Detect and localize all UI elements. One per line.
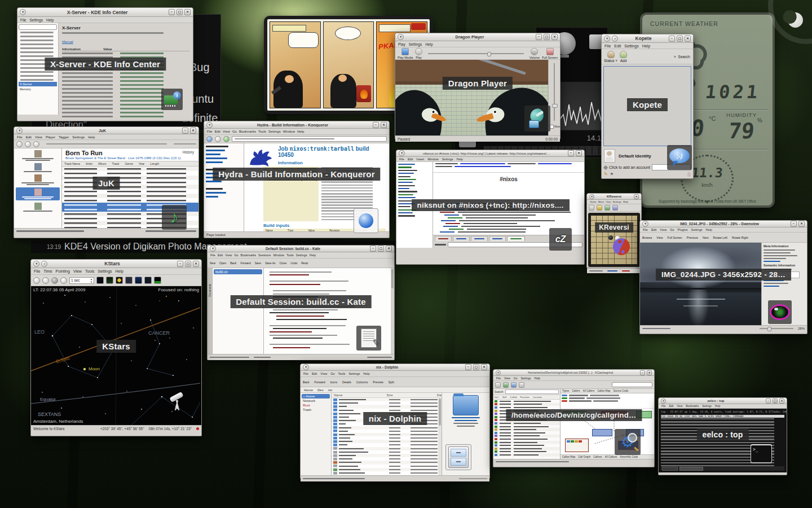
places-item-root[interactable]: Root <box>302 403 330 408</box>
menu-item[interactable]: Tools <box>258 130 266 133</box>
tab[interactable]: Callee Map <box>562 456 575 458</box>
window-juk[interactable]: ▾JuK−✕ FileEditViewPlayerTaggerSettingsH… <box>14 126 199 238</box>
sticky-button[interactable]: + <box>612 36 618 42</box>
menu-item[interactable]: Edit <box>26 135 32 139</box>
window-menu-button[interactable]: ▾ <box>398 34 404 40</box>
window-menu-button[interactable]: ▾ <box>496 370 501 375</box>
add-account-link[interactable]: Click to add an account <box>609 165 650 169</box>
zoom-slider[interactable] <box>760 328 793 329</box>
toolbar[interactable]: 1 sec▲▼ <box>31 275 201 286</box>
toolbar-button[interactable]: Details <box>342 380 351 384</box>
volume-slider[interactable] <box>174 143 196 144</box>
side-tab-strip[interactable]: Documents <box>208 268 213 354</box>
window-kcachegrind[interactable]: ▾/home/eelco/Dev/nix/cg/callgrind.out.19… <box>493 369 655 467</box>
volume-slider-vertical[interactable] <box>554 63 555 121</box>
zoom-slider[interactable] <box>459 478 487 479</box>
close-button[interactable]: ✕ <box>576 150 582 156</box>
column-header[interactable]: Year <box>139 162 144 165</box>
menu-item[interactable]: Help <box>310 253 316 257</box>
menu-item[interactable]: Plugins <box>678 228 688 231</box>
menu-item[interactable]: Settings <box>442 157 453 161</box>
window-menu-button[interactable]: ▾ <box>303 364 309 370</box>
menu-item[interactable]: Tagger <box>59 135 69 139</box>
menu-item[interactable]: Go <box>330 372 334 375</box>
menu-item[interactable]: Help <box>457 157 463 161</box>
menu-item[interactable]: File <box>207 130 213 133</box>
window-gwenview[interactable]: ▾IMG_0244.JPG - 3456x2592 - 28% - Gwenvi… <box>639 220 807 334</box>
menu-item[interactable]: Bookmarks <box>686 405 699 408</box>
pause-button[interactable] <box>25 141 31 147</box>
breadcrumb-segment[interactable]: nix <box>328 388 333 392</box>
menu-item[interactable]: Settings <box>348 372 360 375</box>
menu-item[interactable]: File <box>17 135 23 139</box>
window-kopete[interactable]: ▾+Kopete−▢✕ FileEditSettingsHelp Status … <box>601 34 694 179</box>
comets-toggle[interactable] <box>125 277 133 284</box>
menu-item[interactable]: Edit <box>312 372 317 375</box>
column-header[interactable]: Album <box>98 162 107 165</box>
search-field[interactable] <box>612 382 652 387</box>
window-konqueror[interactable]: ▾Hydra - Build Information - Konqueror−✕… <box>204 121 390 238</box>
window-menu-button[interactable]: ▾ <box>20 9 26 15</box>
column-header[interactable]: Called <box>510 396 517 398</box>
menubar[interactable]: FileEditViewGoBookmarksSessionsWindowToo… <box>208 252 394 259</box>
maximize-button[interactable]: ▢ <box>677 36 683 42</box>
menubar[interactable]: FileTimePointingViewToolsSettingsHelp <box>31 268 201 275</box>
menu-item[interactable]: Settings <box>29 18 43 22</box>
menubar[interactable]: FileEditSettingsHelp <box>602 43 693 49</box>
seek-slider[interactable] <box>46 143 167 144</box>
menu-item[interactable]: View <box>73 269 82 273</box>
module-list[interactable] <box>20 32 57 81</box>
find-object-button[interactable] <box>51 277 58 284</box>
tab[interactable]: Callers <box>572 389 580 392</box>
menubar[interactable]: FileEditViewPlayerTaggerSettingsHelp <box>14 134 198 140</box>
file-list[interactable]: .dr{height:6.2px;background-image:linear… <box>332 398 442 475</box>
tab[interactable]: Source Code <box>614 389 629 392</box>
constellation-toggle[interactable] <box>144 277 152 284</box>
menu-item[interactable]: Time <box>43 269 52 273</box>
menu-item[interactable]: Tools <box>286 253 294 257</box>
toolbar-button[interactable]: Open <box>219 261 226 265</box>
toolbar-button[interactable]: Forward <box>315 380 325 384</box>
channel-tab[interactable] <box>435 236 452 241</box>
column-header[interactable]: Artist <box>86 162 92 165</box>
column-header[interactable]: Value <box>103 47 112 51</box>
menu-item[interactable]: Help <box>116 269 123 273</box>
minimize-button[interactable]: − <box>669 36 675 42</box>
menu-item[interactable]: View <box>660 228 667 231</box>
column-header[interactable]: Genre <box>125 162 133 165</box>
toolbar-button[interactable]: Close <box>279 261 286 265</box>
toolbar[interactable]: BackForwardIconsDetailsColumnsPreviewSpl… <box>301 377 489 387</box>
toolbar-button[interactable]: Back <box>303 380 310 384</box>
window-dragonplayer[interactable]: ▾Dragon Player−▢✕ PlaySettingsHelp Play … <box>395 33 561 139</box>
close-button[interactable]: ✕ <box>647 370 652 375</box>
window-kreversi[interactable]: ▾KReversi✕ GameMoveViewSettingsHelp KRev… <box>586 193 642 268</box>
view-tabs[interactable]: Callee MapCall GraphCalleesAll CalleesAs… <box>561 454 654 459</box>
places-panel[interactable]: ⌂ Home Network Root Trash <box>301 393 332 475</box>
menu-item[interactable]: Settings <box>409 42 422 46</box>
up-button[interactable] <box>223 136 230 142</box>
toolbar-button[interactable]: New <box>210 261 215 265</box>
close-button[interactable]: ✕ <box>193 261 199 267</box>
analysis-tabs[interactable]: TypesCallersAll CallersCallee MapSource … <box>561 389 654 393</box>
deepsky-toggle[interactable] <box>106 277 113 284</box>
stars-toggle[interactable] <box>96 277 104 284</box>
window-menu-button[interactable]: ▾ <box>589 194 594 199</box>
close-button[interactable]: ✕ <box>481 364 487 370</box>
tab[interactable]: Call Graph <box>578 456 590 458</box>
menu-item[interactable]: Help <box>88 135 95 139</box>
menu-item[interactable]: Help <box>715 405 720 408</box>
minimize-button[interactable]: − <box>169 9 175 15</box>
tab[interactable]: Callee Map <box>597 389 610 392</box>
minimize-button[interactable]: − <box>177 261 183 267</box>
menu-item[interactable]: View <box>223 130 230 133</box>
play-button[interactable] <box>16 141 23 147</box>
flag-icon[interactable]: ⚑ <box>610 172 614 177</box>
toolbar-button[interactable]: View <box>656 236 663 239</box>
channel-tab-active[interactable] <box>507 236 525 241</box>
column-header[interactable]: Incl. <box>495 396 499 398</box>
menu-item[interactable]: Bookmarks <box>239 130 256 133</box>
topic-bar[interactable] <box>433 162 584 173</box>
menu-item[interactable]: View <box>606 200 611 203</box>
window-menu-button[interactable]: ▾ <box>33 261 39 267</box>
menu-item[interactable]: Sessions <box>258 253 271 257</box>
